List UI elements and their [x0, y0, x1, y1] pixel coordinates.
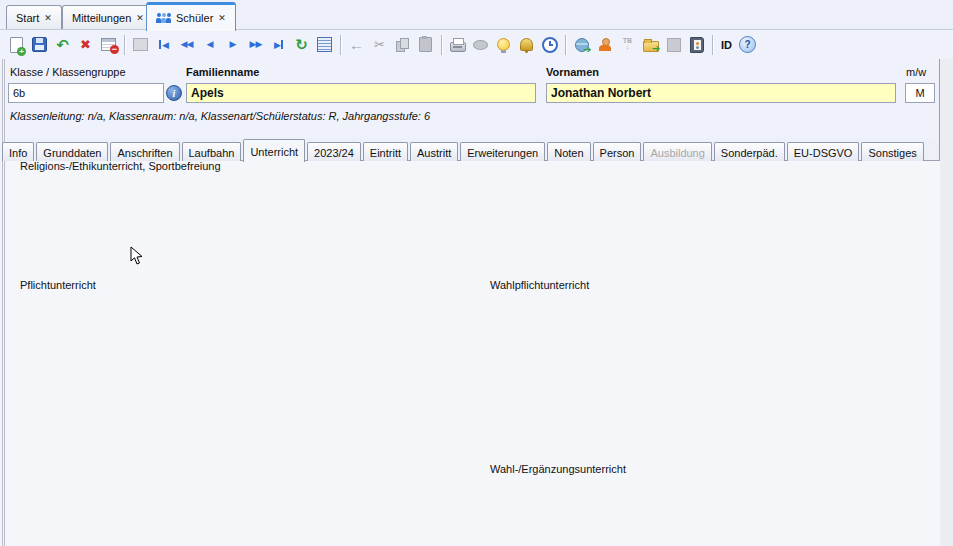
tab-sonstiges[interactable]: Sonstiges — [861, 142, 923, 161]
religion-legend: Religions-/Ethikunterricht, Sportbefreiu… — [16, 160, 225, 172]
tb-import-button[interactable]: TB↓ — [616, 33, 639, 56]
form-icon: − — [101, 38, 116, 51]
nav-prev-icon: ◀ — [207, 40, 213, 49]
nav-last-button[interactable]: ▶ — [267, 33, 290, 56]
refresh-icon: ↻ — [295, 37, 308, 52]
id-label: ID — [717, 39, 736, 51]
nav-next-button[interactable]: ▶ — [221, 33, 244, 56]
tab-2023-24[interactable]: 2023/24 — [307, 142, 361, 161]
info-icon[interactable]: i — [166, 85, 182, 101]
save-button[interactable] — [28, 33, 51, 56]
copy-icon — [396, 38, 409, 52]
save-icon — [32, 37, 47, 52]
close-icon[interactable]: ✕ — [44, 13, 52, 23]
print-icon — [450, 42, 466, 52]
delete-icon: ✖ — [80, 38, 91, 51]
close-icon[interactable]: ✕ — [136, 13, 144, 23]
nav-last-icon: ▶ — [274, 40, 283, 50]
window-tab-label: Schüler — [176, 12, 213, 24]
undo-icon: ↶ — [56, 37, 69, 52]
mw-input[interactable]: M — [905, 83, 935, 103]
paste-button[interactable] — [414, 33, 437, 56]
vornamen-label: Vornamen — [546, 66, 599, 78]
copy-record-button[interactable] — [129, 33, 152, 56]
nav-next-fast-button[interactable]: ▶▶ — [244, 33, 267, 56]
cut-button[interactable]: ✂ — [368, 33, 391, 56]
tab-laufbahn[interactable]: Laufbahn — [182, 142, 242, 161]
toolbar-separator — [441, 35, 442, 55]
tb-download-icon: TB↓ — [621, 38, 635, 51]
edit-form-button[interactable]: − — [97, 33, 120, 56]
copy-button[interactable] — [391, 33, 414, 56]
toolbar-separator — [124, 35, 125, 55]
help-icon: ? — [739, 36, 756, 53]
print-button[interactable] — [446, 33, 469, 56]
address-book-button[interactable] — [685, 33, 708, 56]
web-export-button[interactable] — [570, 33, 593, 56]
notification-button[interactable] — [515, 33, 538, 56]
tab-eintritt[interactable]: Eintritt — [363, 142, 408, 161]
unterricht-panel — [7, 160, 940, 546]
tab-eu-dsgvo[interactable]: EU-DSGVO — [787, 142, 860, 161]
tab-person[interactable]: Person — [593, 142, 642, 161]
lightbulb-icon — [497, 38, 510, 51]
student-button[interactable] — [593, 33, 616, 56]
familienname-input[interactable]: Apels — [186, 83, 536, 103]
copy-record-icon — [133, 38, 148, 51]
reminder-button[interactable] — [538, 33, 561, 56]
alarm-clock-icon — [542, 37, 558, 53]
help-button[interactable]: ? — [736, 33, 759, 56]
globe-export-icon — [575, 38, 589, 52]
familienname-label: Familienname — [186, 66, 259, 78]
bell-icon — [520, 38, 533, 51]
tab-austritt[interactable]: Austritt — [410, 142, 458, 161]
person-icon — [599, 38, 611, 51]
list-view-button[interactable] — [313, 33, 336, 56]
window-tab-mitteilungen[interactable]: Mitteilungen ✕ — [62, 5, 154, 29]
nav-first-button[interactable]: ◀ — [152, 33, 175, 56]
close-icon[interactable]: ✕ — [218, 13, 226, 23]
klasse-input[interactable]: 6b — [8, 83, 164, 103]
nav-prev-button[interactable]: ◀ — [198, 33, 221, 56]
window-tab-schueler[interactable]: Schüler ✕ — [146, 2, 236, 31]
nav-next-icon: ▶ — [230, 40, 236, 49]
tab-anschriften[interactable]: Anschriften — [110, 142, 179, 161]
record-button[interactable] — [469, 33, 492, 56]
tab-info[interactable]: Info — [2, 142, 34, 161]
right-gutter — [940, 59, 953, 546]
folder-export-button[interactable] — [639, 33, 662, 56]
blank-button[interactable] — [662, 33, 685, 56]
window-tab-start[interactable]: Start ✕ — [6, 5, 62, 29]
tab-sonderpaed[interactable]: Sonderpäd. — [714, 142, 785, 161]
left-splitter[interactable] — [0, 59, 7, 546]
window-tab-bar: Start ✕ Mitteilungen ✕ Schüler ✕ — [0, 0, 953, 29]
mw-label: m/w — [906, 66, 926, 78]
window-tab-label: Mitteilungen — [72, 12, 131, 24]
minus-badge-icon: − — [110, 45, 119, 54]
tab-unterricht[interactable]: Unterricht — [243, 139, 305, 162]
back-arrow-icon: ← — [349, 37, 364, 52]
oval-icon — [473, 40, 488, 50]
nav-prev-fast-button[interactable]: ◀◀ — [175, 33, 198, 56]
new-record-button[interactable] — [5, 33, 28, 56]
new-record-icon — [10, 37, 23, 53]
down-arrow-icon: ↓ — [626, 43, 630, 50]
klassen-meta-line: Klassenleitung: n/a, Klassenraum: n/a, K… — [10, 110, 430, 122]
tab-grunddaten[interactable]: Grunddaten — [36, 142, 108, 161]
paste-icon — [419, 37, 432, 52]
tab-ausbildung: Ausbildung — [643, 142, 711, 161]
toolbar-separator — [340, 35, 341, 55]
tab-noten[interactable]: Noten — [547, 142, 590, 161]
refresh-button[interactable]: ↻ — [290, 33, 313, 56]
list-icon — [317, 37, 332, 52]
back-button[interactable]: ← — [345, 33, 368, 56]
mouse-cursor — [130, 246, 144, 266]
hint-button[interactable] — [492, 33, 515, 56]
vornamen-input[interactable]: Jonathan Norbert — [546, 83, 896, 103]
delete-record-button[interactable]: ✖ — [74, 33, 97, 56]
blank-icon — [667, 38, 681, 52]
section-tab-strip: Info Grunddaten Anschriften Laufbahn Unt… — [2, 139, 926, 161]
undo-button[interactable]: ↶ — [51, 33, 74, 56]
toolbar: ↶ ✖ − ◀ ◀◀ ◀ ▶ ▶▶ ▶ ↻ ← ✂ TB↓ ID ? — [0, 29, 953, 60]
tab-erweiterungen[interactable]: Erweiterungen — [460, 142, 545, 161]
